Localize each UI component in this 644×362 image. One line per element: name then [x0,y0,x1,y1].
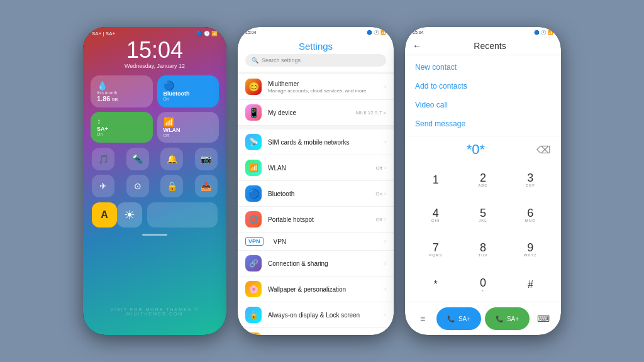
wallpaper-icon: 🌸 [245,281,262,297]
settings-item-sim[interactable]: 📡 SIM cards & mobile networks › [238,129,394,155]
key-letters-6: MNO [525,219,536,222]
settings-title: Settings [245,41,386,52]
miuithemer-name: Miuithemer [268,80,378,87]
key-letters-3: DEF [526,184,535,187]
dialer-menu-button[interactable]: ≡ [413,309,433,329]
recent-send-message[interactable]: Send message [405,114,561,133]
connection-text: Connection & sharing [268,260,378,267]
ls-camera-btn[interactable]: 📷 [195,148,218,170]
settings-item-vpn[interactable]: VPN VPN › [238,233,394,251]
wlan-text: WLAN [268,165,369,172]
dialpad-star[interactable]: * [413,268,458,302]
ls-airplane-btn[interactable]: ✈ [92,175,114,197]
phones-container: SA+ | SA+ 🔵 🕐 📶 15:04 Wednesday, January… [0,0,644,362]
key-letters-5: JKL [479,219,487,222]
key-num-6: 6 [527,207,533,219]
hotspot-name: Portable hotspot [268,216,369,223]
settings-content: 15:04 🔵 🕐 📶 Settings 🔍 Search settings 😊 [238,27,394,335]
ls-sa-tile[interactable]: ↕ SA+ On [91,112,153,143]
dialpad-7[interactable]: 7 PQRS [413,233,458,267]
bluetooth-icon: 🔵 [245,185,262,202]
miuithemer-chevron: › [384,84,386,90]
ls-music-btn[interactable]: 🎵 [92,148,114,170]
ls-data-val: 1.86 [97,95,110,102]
dialpad-6[interactable]: 6 MNO [508,198,553,232]
settings-item-bluetooth[interactable]: 🔵 Bluetooth On › [238,181,394,207]
dialpad-9[interactable]: 9 WXYZ [508,233,553,267]
dialer-statusbar: 15:04 🔵 🕐 📶 [405,27,561,37]
ls-statusbar: SA+ | SA+ 🔵 🕐 📶 [83,27,226,38]
dialpad-3[interactable]: 3 DEF [508,163,553,197]
dialpad-1[interactable]: 1 [413,163,458,197]
recent-video-call[interactable]: Video call [405,96,561,114]
dialer-bottom-bar: ≡ 📞 SA+ 📞 SA+ ⌨ [405,302,561,335]
hotspot-right: Off › [375,216,386,222]
sim-name: SIM cards & mobile networks [268,139,378,146]
settings-screen: 15:04 🔵 🕐 📶 Settings 🔍 Search settings 😊 [238,27,394,335]
key-letters-9: WXYZ [524,253,537,257]
miuithemer-sub: Manage accounts, cloud services, and mor… [268,88,378,94]
key-letters-0: + [482,288,485,292]
ls-apps-row: A ☀ [92,202,218,228]
dialpad-5[interactable]: 5 JKL [460,198,506,232]
back-button[interactable]: ← [413,41,421,51]
dialpad-2[interactable]: 2 ABC [460,163,506,197]
recent-new-contact[interactable]: New contact [405,58,561,77]
settings-header: Settings 🔍 Search settings [238,37,394,72]
settings-item-aod[interactable]: 🔒 Always-on display & Lock screen › [238,302,394,328]
call-btn-sa1[interactable]: 📞 SA+ [436,307,481,330]
mydevice-icon: 📱 [245,104,262,121]
key-num-4: 4 [433,207,439,219]
dialpad-4[interactable]: 4 GHI [413,198,458,232]
keypad-toggle-button[interactable]: ⌨ [533,309,553,329]
call-btn-sa2[interactable]: 📞 SA+ [485,307,530,330]
ls-wlan-tile[interactable]: 📶 WLAN Off [157,112,219,143]
ls-bt-label: Bluetooth [164,90,213,97]
ls-lock-btn[interactable]: 🔒 [160,175,183,197]
dialpad-hash[interactable]: # [508,268,553,302]
hotspot-icon: 🌐 [245,211,262,228]
ls-app-a[interactable]: A [92,202,117,228]
key-hash: # [528,279,533,290]
ls-bell-btn[interactable]: 🔔 [160,148,183,170]
ls-bt-tile[interactable]: 🔵 Bluetooth On [157,75,219,107]
recent-add-contacts[interactable]: Add to contacts [405,77,561,96]
ls-share-btn[interactable]: 📤 [195,175,218,197]
aod-name: Always-on display & Lock screen [268,312,378,319]
settings-item-mydevice[interactable]: 📱 My device MIUI 12.5.7 > [238,100,394,126]
ls-torch-btn[interactable]: 🔦 [126,148,149,170]
dialpad-8[interactable]: 8 TUV [460,233,506,267]
settings-item-miuithemer[interactable]: 😊 Miuithemer Manage accounts, cloud serv… [238,74,394,100]
key-num-1: 1 [433,174,439,185]
lockscreen-bg: SA+ | SA+ 🔵 🕐 📶 15:04 Wednesday, January… [83,27,226,335]
dialer-digits: *0* [415,141,536,158]
miuithemer-text: Miuithemer Manage accounts, cloud servic… [268,80,378,94]
ls-app-sun[interactable]: ☀ [117,202,142,228]
backspace-button[interactable]: ⌫ [536,144,551,156]
vpn-text: VPN [274,238,378,245]
settings-item-wallpaper[interactable]: 🌸 Wallpaper & personalization › [238,277,394,302]
dialpad: 1 2 ABC 3 DEF 4 GHI [405,163,561,302]
ls-data-tile[interactable]: 💧 this month 1.86 GB [91,75,153,107]
settings-item-connection[interactable]: 🔗 Connection & sharing › [238,251,394,277]
key-num-2: 2 [480,172,486,184]
wlan-name: WLAN [268,165,369,172]
vpn-name: VPN [274,238,378,245]
key-num-7: 7 [433,242,439,253]
ls-wlan-status: Off [164,133,213,138]
ls-focus-btn[interactable]: ⊙ [126,175,149,197]
settings-search-bar[interactable]: 🔍 Search settings [245,54,386,67]
settings-item-hotspot[interactable]: 🌐 Portable hotspot Off › [238,207,394,233]
settings-item-wlan[interactable]: 📶 WLAN Off › [238,155,394,181]
dialer-screen: 15:04 🔵 🕐 📶 ← Recents New contact Add to… [405,27,561,335]
dialpad-0[interactable]: 0 + [460,268,506,302]
sim-text: SIM cards & mobile networks [268,139,378,146]
key-num-9: 9 [527,242,533,253]
ls-home-indicator [142,234,167,236]
dialer-status-icons: 🔵 🕐 📶 [534,30,553,35]
sim-chevron: › [384,139,386,145]
display-icon: ☀ [245,332,262,335]
settings-item-display[interactable]: ☀ Display › [238,328,394,335]
ls-quick-tiles: 💧 this month 1.86 GB 🔵 Bluetooth On ↕ [91,75,219,143]
connection-name: Connection & sharing [268,260,378,267]
